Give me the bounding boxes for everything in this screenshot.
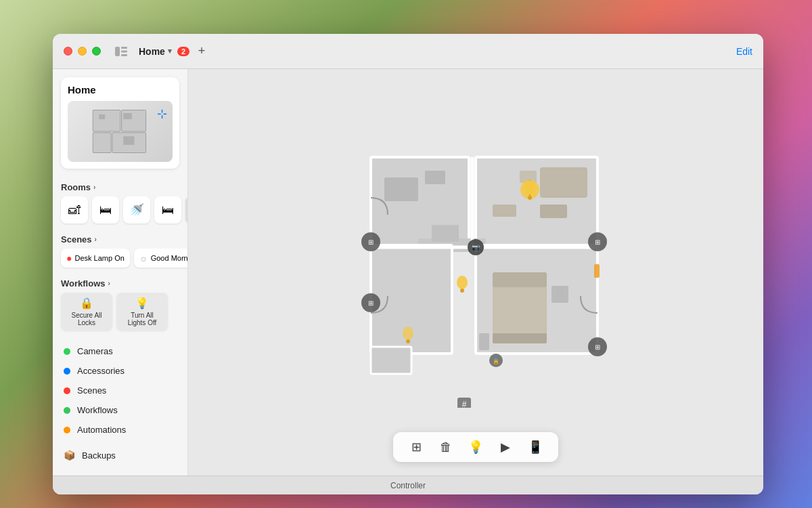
backups-icon: 📦 [64, 450, 75, 461]
nav-item-workflows[interactable]: Workflows [53, 400, 187, 420]
home-selector[interactable]: Home ▾ [139, 46, 172, 57]
home-card[interactable]: Home ⊹ [61, 77, 179, 169]
nav-dot-cameras [64, 348, 70, 355]
titlebar: Home ▾ 2 + Edit [53, 34, 763, 69]
nav-label-workflows: Workflows [77, 405, 118, 415]
scene-icon-1: ☼ [139, 253, 148, 263]
scene-label-0: Desk Lamp On [74, 254, 124, 262]
svg-rect-4 [93, 110, 120, 132]
svg-point-37 [406, 339, 410, 343]
notification-badge[interactable]: 2 [177, 47, 189, 56]
svg-rect-16 [371, 347, 411, 374]
svg-point-35 [460, 289, 464, 293]
workflow-label-0: Secure All Locks [66, 312, 107, 326]
svg-point-34 [457, 276, 468, 289]
svg-rect-22 [540, 205, 567, 218]
room-button-1[interactable]: 🛏 [92, 196, 119, 224]
nav-item-accessories[interactable]: Accessories [53, 361, 187, 381]
svg-rect-1 [121, 47, 127, 49]
home-card-icon: ⊹ [157, 106, 167, 121]
svg-text:📷: 📷 [472, 243, 480, 252]
nav-label-cameras: Cameras [77, 346, 113, 356]
workflow-icon-1: 💡 [135, 297, 149, 310]
room-button-3[interactable]: 🛏 [154, 196, 181, 224]
svg-point-36 [403, 326, 413, 340]
backups-label: Backups [82, 450, 116, 461]
svg-text:⊞: ⊞ [595, 238, 600, 246]
svg-rect-3 [121, 54, 127, 56]
main-floorplan-area: ⊞ ⊞ ⊞ ⊞ 📷 🔊 ☼ [188, 69, 763, 475]
nav-dot-accessories [64, 368, 70, 375]
svg-rect-23 [493, 205, 516, 217]
nav-label-accessories: Accessories [77, 366, 125, 376]
workflow-icon-0: 🔒 [80, 297, 93, 310]
window-title: Controller [390, 481, 426, 490]
room-button-0[interactable]: 🛋 [61, 196, 88, 224]
svg-rect-20 [540, 167, 587, 198]
svg-point-32 [524, 181, 535, 194]
nav-list: Cameras Accessories Scenes Workflows Aut… [53, 336, 187, 445]
svg-rect-2 [121, 50, 127, 52]
fullscreen-button[interactable] [92, 47, 101, 56]
nav-label-scenes: Scenes [77, 385, 106, 396]
svg-rect-27 [551, 286, 568, 303]
toolbar-trash-icon[interactable]: 🗑 [436, 438, 455, 457]
svg-rect-6 [93, 133, 111, 153]
room-button-4[interactable]: 🪑 [185, 196, 187, 224]
rooms-chevron-icon: › [93, 184, 95, 191]
home-card-title: Home [68, 84, 173, 96]
scenes-label: Scenes [61, 234, 92, 245]
svg-rect-19 [432, 225, 459, 242]
svg-text:⊞: ⊞ [368, 238, 374, 246]
minimize-button[interactable] [78, 47, 87, 56]
workflow-button-1[interactable]: 💡 Turn All Lights Off [116, 293, 168, 331]
rooms-row: 🛋 🛏 🚿 🛏 🪑 [53, 196, 187, 229]
workflow-label-1: Turn All Lights Off [122, 312, 162, 326]
add-button[interactable]: + [194, 43, 210, 60]
edit-button[interactable]: Edit [736, 46, 752, 57]
svg-text:⊞: ⊞ [368, 299, 374, 307]
workflows-label: Workflows [61, 278, 106, 289]
nav-item-automations[interactable]: Automations [53, 420, 187, 440]
svg-rect-25 [493, 272, 547, 287]
nav-item-scenes[interactable]: Scenes [53, 381, 187, 400]
window-bottom-bar: Controller [53, 475, 763, 494]
room-button-2[interactable]: 🚿 [123, 196, 150, 224]
rooms-label: Rooms [61, 182, 91, 192]
svg-point-33 [528, 196, 532, 200]
scene-button-0[interactable]: ● Desk Lamp On [61, 249, 130, 268]
nav-label-automations: Automations [77, 425, 126, 435]
scenes-row: ● Desk Lamp On ☼ Good Morn… [53, 249, 187, 273]
toolbar-play-icon[interactable]: ▶ [496, 438, 515, 457]
scene-button-1[interactable]: ☼ Good Morn… [134, 249, 187, 268]
sidebar-toggle-button[interactable] [112, 44, 131, 59]
home-selector-label: Home [139, 46, 165, 57]
floorplan-svg: ⊞ ⊞ ⊞ ⊞ 📷 🔊 ☼ [330, 137, 621, 408]
svg-rect-28 [479, 333, 489, 350]
close-button[interactable] [64, 47, 72, 56]
toolbar-tablet-icon[interactable]: 📱 [526, 438, 545, 457]
workflows-section-header[interactable]: Workflows › [53, 273, 187, 293]
nav-item-backups[interactable]: 📦 Backups [53, 445, 187, 465]
workflow-button-0[interactable]: 🔒 Secure All Locks [61, 293, 112, 331]
scenes-section-header[interactable]: Scenes › [53, 229, 187, 249]
svg-text:🔒: 🔒 [493, 358, 499, 364]
svg-rect-52 [594, 264, 600, 278]
workflows-row: 🔒 Secure All Locks 💡 Turn All Lights Off [53, 293, 187, 336]
nav-item-cameras[interactable]: Cameras [53, 341, 187, 361]
svg-text:#: # [462, 400, 467, 408]
toolbar-light-icon[interactable]: 💡 [466, 438, 485, 457]
toolbar-grid-icon[interactable]: ⊞ [407, 438, 426, 457]
scene-label-1: Good Morn… [151, 254, 187, 262]
svg-rect-0 [115, 47, 120, 56]
svg-rect-8 [99, 114, 105, 119]
traffic-lights [64, 47, 101, 56]
home-card-image: ⊹ [68, 101, 173, 162]
svg-text:⊞: ⊞ [595, 343, 600, 351]
nav-dot-scenes [64, 387, 70, 394]
svg-rect-18 [425, 171, 445, 184]
floorplan-container: ⊞ ⊞ ⊞ ⊞ 📷 🔊 ☼ [330, 137, 621, 408]
svg-rect-17 [384, 177, 418, 201]
svg-rect-9 [123, 113, 132, 119]
rooms-section-header[interactable]: Rooms › [53, 177, 187, 196]
